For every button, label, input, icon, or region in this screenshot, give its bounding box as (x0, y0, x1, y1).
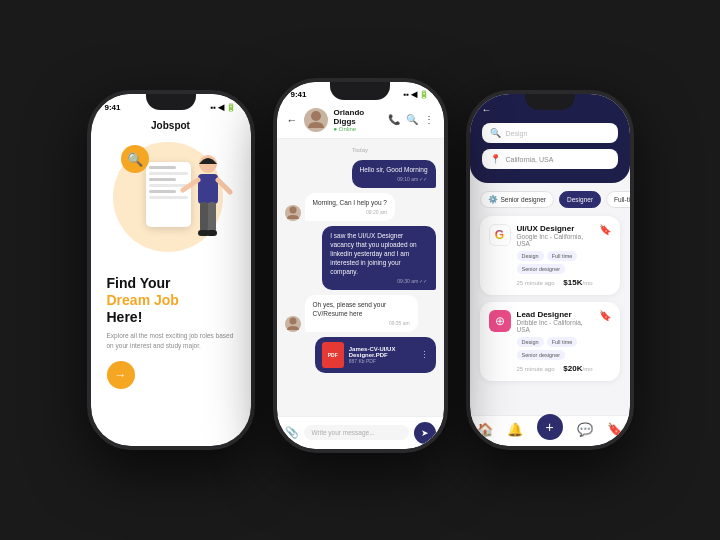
chat-user-status: ● Online (334, 126, 382, 132)
heading-dream-job: Dream Job (107, 292, 235, 309)
send-button[interactable]: ➤ (414, 422, 436, 444)
hero-figure (178, 152, 233, 256)
bottom-nav: 🏠 🔔 + 💬 🔖 (470, 415, 630, 446)
description-text: Explore all the most exciting job roles … (107, 331, 235, 351)
phones-container: 9:41 ▪▪ ◀ 🔋 Jobspot 🔍 (87, 88, 634, 453)
location-bar[interactable]: 📍 California, USA (482, 149, 618, 169)
msg-bubble-in-2: Morning, Can I help you ? 09:20 am (305, 193, 395, 221)
svg-rect-5 (208, 202, 216, 232)
bookmark-icon-1[interactable]: 🔖 (599, 224, 611, 235)
search-chat-icon[interactable]: 🔍 (406, 114, 418, 125)
job-title-2: Lead Designer (517, 310, 593, 319)
dribbble-logo: ⊕ (489, 310, 511, 332)
chat-user-name: Orlando Diggs (334, 108, 382, 126)
nav-chat-icon[interactable]: 💬 (577, 422, 593, 440)
notch-left (146, 94, 196, 110)
nav-add-button[interactable]: + (537, 414, 563, 440)
chat-input-bar: 📎 Write your message... ➤ (277, 416, 444, 449)
tag-design-1: Design (517, 251, 544, 261)
tag-fulltime-1: Full time (547, 251, 578, 261)
svg-point-8 (311, 111, 321, 121)
google-logo: G (489, 224, 511, 246)
chat-actions: 📞 🔍 ⋮ (388, 114, 434, 125)
notch-center (330, 82, 390, 100)
message-3: I saw the UI/UX Designer vacancy that yo… (285, 226, 436, 290)
file-message: PDF James-CV-UI/UX Designer.PDF 887 Kb P… (285, 337, 436, 373)
left-content: Find Your Dream Job Here! Explore all th… (91, 267, 251, 446)
job-company-1: Google Inc - California, USA (517, 233, 593, 247)
svg-point-10 (289, 318, 296, 325)
phone-right: ← 🔍 Design 📍 California, USA (466, 90, 634, 450)
phone-center: 9:41 ▪▪ ◀ 🔋 ← Orlando Diggs ● Online (273, 78, 448, 453)
hero-search-icon: 🔍 (121, 145, 149, 173)
location-input[interactable]: California, USA (506, 156, 554, 163)
chat-user-info: Orlando Diggs ● Online (334, 108, 382, 132)
right-back-button[interactable]: ← (482, 104, 492, 115)
job-cards-list: G UI/UX Designer Google Inc - California… (470, 212, 630, 415)
heading-find-your: Find Your (107, 275, 235, 292)
job-salary-2: $20K/mo (563, 364, 592, 373)
chat-avatar (304, 108, 328, 132)
job-tags-1: Design Full time Senior designer (517, 251, 593, 274)
message-1: Hello sir, Good Morning 09:10 am ✓✓ (285, 160, 436, 188)
tag-senior-1: Senior designer (517, 264, 566, 274)
cta-button[interactable]: → (107, 361, 135, 389)
tag-fulltime-2: Full time (547, 337, 578, 347)
message-4: Oh yes, please send your CV/Resume here … (285, 295, 436, 332)
filter-chips: ⚙️ Senior designer Designer Full-time (470, 183, 630, 212)
screen-left: 9:41 ▪▪ ◀ 🔋 Jobspot 🔍 (91, 94, 251, 446)
file-name: James-CV-UI/UX Designer.PDF (349, 346, 415, 358)
location-icon: 📍 (490, 154, 501, 164)
notch-right (525, 94, 575, 110)
attachment-icon[interactable]: 📎 (285, 426, 299, 439)
date-divider: Today (285, 147, 436, 153)
search-icon: 🔍 (490, 128, 501, 138)
file-size: 887 Kb PDF (349, 358, 415, 364)
message-input[interactable]: Write your message... (304, 425, 409, 440)
search-bar[interactable]: 🔍 Design (482, 123, 618, 143)
nav-bell-icon[interactable]: 🔔 (507, 422, 523, 440)
bookmark-icon-2[interactable]: 🔖 (599, 310, 611, 321)
time-center: 9:41 (291, 90, 307, 99)
job-salary-1: $15K/mo (563, 278, 592, 287)
svg-rect-7 (206, 230, 217, 236)
svg-rect-1 (198, 174, 218, 204)
msg-bubble-in-4: Oh yes, please send your CV/Resume here … (305, 295, 418, 332)
signal-icons-center: ▪▪ ◀ 🔋 (403, 90, 429, 99)
filter-chip-designer[interactable]: Designer (559, 191, 601, 208)
pdf-icon: PDF (322, 342, 344, 368)
filter-chip-senior[interactable]: ⚙️ Senior designer (480, 191, 555, 208)
file-menu-icon[interactable]: ⋮ (420, 350, 429, 360)
left-app-header: Jobspot (91, 116, 251, 137)
signal-icons-left: ▪▪ ◀ 🔋 (210, 103, 236, 112)
msg-bubble-out-3: I saw the UI/UX Designer vacancy that yo… (322, 226, 435, 290)
tag-design-2: Design (517, 337, 544, 347)
more-icon[interactable]: ⋮ (424, 114, 434, 125)
nav-bookmark-icon[interactable]: 🔖 (607, 422, 623, 440)
heading-here: Here! (107, 309, 235, 326)
call-icon[interactable]: 📞 (388, 114, 400, 125)
tag-senior-2: Senior designer (517, 350, 566, 360)
job-time-2: 25 minute ago (517, 366, 555, 372)
filter-settings-icon: ⚙️ (488, 195, 498, 204)
chat-back-button[interactable]: ← (287, 114, 298, 126)
search-input[interactable]: Design (506, 130, 528, 137)
chat-messages: Today Hello sir, Good Morning 09:10 am ✓… (277, 139, 444, 416)
msg-bubble-out-1: Hello sir, Good Morning 09:10 am ✓✓ (352, 160, 436, 188)
job-time-1: 25 minute ago (517, 280, 555, 286)
file-bubble: PDF James-CV-UI/UX Designer.PDF 887 Kb P… (315, 337, 436, 373)
job-tags-2: Design Full time Senior designer (517, 337, 593, 360)
file-info: James-CV-UI/UX Designer.PDF 887 Kb PDF (349, 346, 415, 364)
screen-right: ← 🔍 Design 📍 California, USA (470, 94, 630, 446)
filter-chip-fulltime[interactable]: Full-time (606, 191, 629, 208)
job-card-1[interactable]: G UI/UX Designer Google Inc - California… (480, 216, 620, 295)
chat-header: ← Orlando Diggs ● Online 📞 🔍 (277, 104, 444, 139)
nav-home-icon[interactable]: 🏠 (477, 422, 493, 440)
avatar-small (285, 205, 301, 221)
svg-point-9 (289, 206, 296, 213)
phone-left: 9:41 ▪▪ ◀ 🔋 Jobspot 🔍 (87, 90, 255, 450)
job-card-2[interactable]: ⊕ Lead Designer Dribble Inc - California… (480, 302, 620, 381)
time-left: 9:41 (105, 103, 121, 112)
job-company-2: Dribble Inc - California, USA (517, 319, 593, 333)
hero-illustration: 🔍 (91, 137, 251, 267)
